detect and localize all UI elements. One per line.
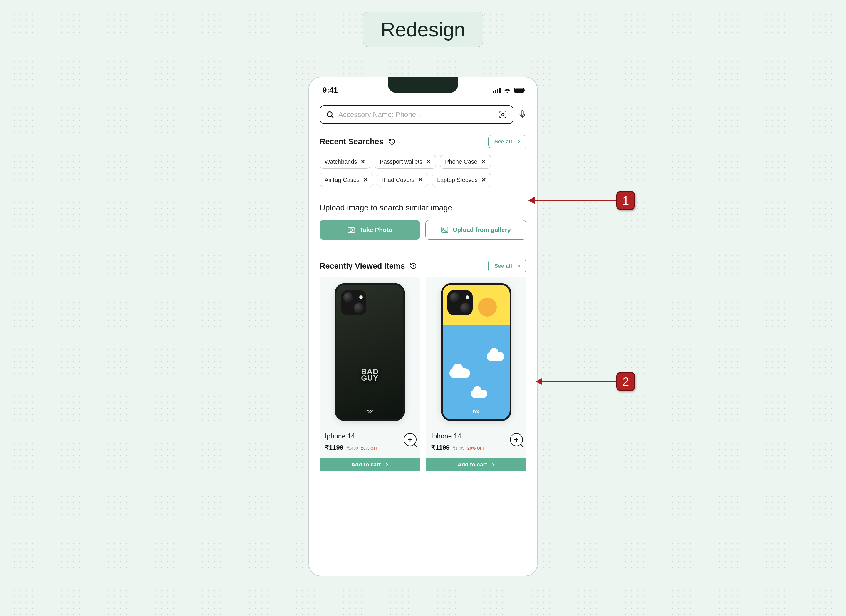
- recent-chips: Watchbands✕ Passport wallets✕ Phone Case…: [320, 154, 526, 187]
- chip-watchbands[interactable]: Watchbands✕: [320, 154, 370, 169]
- plus-icon: [407, 437, 413, 443]
- product-name: Iphone 14: [431, 432, 521, 440]
- svg-point-10: [443, 228, 444, 229]
- history-icon: [388, 138, 395, 145]
- see-all-recent-button[interactable]: See all: [488, 135, 526, 148]
- svg-point-8: [350, 229, 353, 232]
- close-icon[interactable]: ✕: [426, 158, 431, 165]
- close-icon[interactable]: ✕: [481, 176, 486, 184]
- annotation-marker-2: 2: [616, 372, 635, 391]
- svg-line-4: [332, 116, 333, 118]
- zoom-button[interactable]: [404, 433, 417, 446]
- add-to-cart-button[interactable]: Add to cart: [320, 458, 420, 471]
- annotation-arrow-1: [529, 200, 617, 201]
- upload-gallery-label: Upload from gallery: [453, 226, 511, 233]
- svg-rect-6: [521, 110, 523, 115]
- add-to-cart-button[interactable]: Add to cart: [426, 458, 526, 471]
- see-all-label: See all: [494, 138, 512, 145]
- image-icon: [441, 226, 449, 233]
- add-cart-label: Add to cart: [458, 462, 487, 468]
- status-time: 9:41: [323, 85, 338, 95]
- take-photo-button[interactable]: Take Photo: [320, 220, 420, 240]
- device-notch: [388, 77, 458, 93]
- product-price: ₹1199: [431, 444, 450, 451]
- product-orig-price: ₹1499: [346, 446, 358, 451]
- product-price: ₹1199: [325, 444, 344, 451]
- add-cart-label: Add to cart: [351, 462, 381, 468]
- close-icon[interactable]: ✕: [363, 176, 368, 184]
- signal-icon: [493, 87, 501, 93]
- chip-label: Passport wallets: [379, 159, 422, 165]
- viewed-title: Recently Viewed Items: [320, 262, 405, 271]
- zoom-button[interactable]: [510, 433, 523, 446]
- plus-icon: [514, 437, 519, 443]
- svg-point-3: [327, 112, 332, 116]
- product-card[interactable]: DX Iphone 14 ₹1199 ₹1499 20% OFF Add to …: [426, 277, 526, 471]
- search-icon: [326, 110, 334, 119]
- chip-label: AirTag Cases: [325, 176, 360, 184]
- close-icon[interactable]: ✕: [418, 176, 423, 184]
- chevron-right-icon: [385, 463, 388, 467]
- recently-viewed-section: Recently Viewed Items See all: [309, 251, 537, 279]
- chip-airtag-cases[interactable]: AirTag Cases✕: [320, 173, 373, 187]
- product-image: DX: [426, 277, 526, 427]
- close-icon[interactable]: ✕: [360, 158, 366, 165]
- upload-gallery-button[interactable]: Upload from gallery: [425, 220, 526, 240]
- search-box[interactable]: [320, 105, 514, 124]
- mic-icon[interactable]: [518, 110, 526, 120]
- upload-title: Upload image to search similar image: [320, 203, 526, 213]
- search-input[interactable]: [338, 110, 495, 119]
- status-right: [493, 87, 526, 93]
- chip-label: Watchbands: [325, 159, 357, 165]
- see-all-viewed-button[interactable]: See all: [488, 260, 526, 272]
- chip-label: Laptop Sleeves: [437, 176, 477, 184]
- products-row: BADGUY DX Iphone 14 ₹1199 ₹1499 20% OFF …: [309, 277, 537, 471]
- chip-label: IPad Covers: [382, 176, 414, 184]
- chevron-right-icon: [517, 140, 520, 144]
- product-discount: 20% OFF: [467, 446, 485, 451]
- chevron-right-icon: [517, 264, 520, 268]
- product-image: BADGUY DX: [320, 277, 420, 427]
- product-discount: 20% OFF: [361, 446, 379, 451]
- take-photo-label: Take Photo: [360, 226, 392, 233]
- svg-rect-1: [515, 88, 523, 92]
- phone-frame: 9:41 Recent Searches See all Watchb: [308, 77, 538, 576]
- battery-icon: [514, 87, 526, 93]
- page-title-badge: Redesign: [363, 12, 483, 47]
- chip-ipad-covers[interactable]: IPad Covers✕: [377, 173, 428, 187]
- chip-laptop-sleeves[interactable]: Laptop Sleeves✕: [432, 173, 491, 187]
- chip-passport-wallets[interactable]: Passport wallets✕: [375, 154, 436, 169]
- recent-searches-section: Recent Searches See all Watchbands✕ Pass…: [309, 127, 537, 240]
- search-row: [309, 99, 537, 127]
- product-name: Iphone 14: [325, 432, 415, 440]
- chevron-right-icon: [492, 463, 495, 467]
- camera-icon: [347, 226, 355, 233]
- see-all-label: See all: [494, 263, 512, 269]
- product-card[interactable]: BADGUY DX Iphone 14 ₹1199 ₹1499 20% OFF …: [320, 277, 420, 471]
- chip-phone-case[interactable]: Phone Case✕: [440, 154, 491, 169]
- product-orig-price: ₹1499: [453, 446, 464, 451]
- history-icon: [410, 262, 417, 269]
- close-icon[interactable]: ✕: [481, 158, 486, 165]
- recent-title: Recent Searches: [320, 137, 383, 146]
- chip-label: Phone Case: [445, 159, 477, 165]
- svg-rect-2: [524, 89, 525, 91]
- annotation-marker-1: 1: [616, 191, 635, 210]
- wifi-icon: [504, 87, 511, 93]
- scan-icon[interactable]: [499, 110, 507, 119]
- svg-point-5: [502, 113, 504, 116]
- annotation-arrow-2: [536, 381, 617, 382]
